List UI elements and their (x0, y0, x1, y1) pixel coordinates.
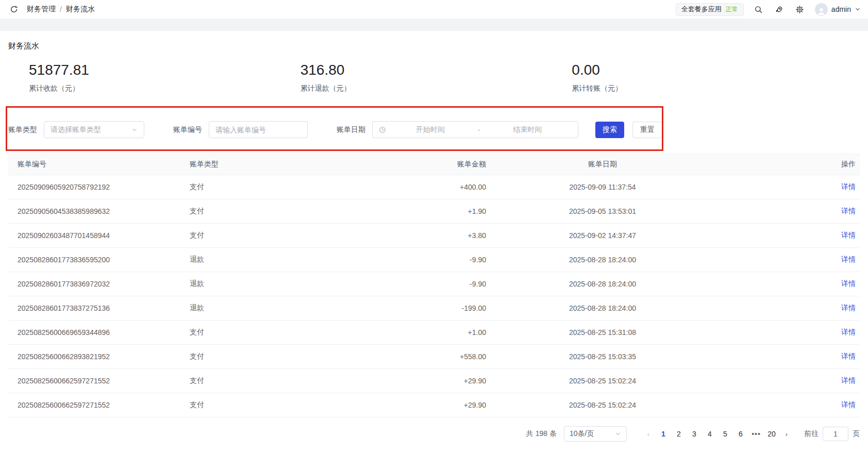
bill-no-cell: 20250902603487701458944 (8, 224, 180, 248)
table-row[interactable]: 20250905604538385989632 支付 +1.90 2025-09… (8, 199, 860, 224)
date-cell: 2025-08-25 15:31:08 (494, 321, 711, 345)
page-number-1[interactable]: 1 (656, 430, 671, 438)
date-range-picker[interactable]: 开始时间 - 结束时间 (372, 121, 578, 138)
column-header-action: 操作 (711, 154, 860, 175)
date-cell: 2025-09-09 11:37:54 (494, 175, 711, 199)
bill-no-cell: 20250825600662597271552 (8, 393, 180, 417)
breadcrumb-item-flow[interactable]: 财务流水 (66, 5, 95, 14)
table-row[interactable]: 20250825600669659344896 支付 +1.00 2025-08… (8, 321, 860, 345)
page-number-list: 123456 (656, 430, 748, 438)
bill-no-cell: 20250828601773836595200 (8, 248, 180, 272)
clock-icon (379, 126, 386, 133)
date-cell: 2025-08-28 18:24:00 (494, 296, 711, 321)
chevron-down-icon (131, 127, 138, 133)
detail-link[interactable]: 详情 (841, 352, 856, 360)
amount-cell: +3.80 (366, 224, 494, 248)
table-row[interactable]: 20250828601773837275136 退款 -199.00 2025-… (8, 296, 860, 321)
gear-icon[interactable] (794, 4, 806, 15)
user-menu[interactable]: admin (815, 3, 861, 16)
detail-link[interactable]: 详情 (841, 376, 856, 384)
page-number-last[interactable]: 20 (764, 430, 779, 438)
bill-type-cell: 退款 (180, 272, 366, 296)
table-row[interactable]: 20250825600662597271552 支付 +29.90 2025-0… (8, 393, 860, 417)
goto-page-input[interactable] (823, 427, 848, 441)
amount-cell: -9.90 (366, 272, 494, 296)
range-separator: - (475, 126, 483, 134)
date-cell: 2025-08-25 15:03:35 (494, 345, 711, 369)
detail-link[interactable]: 详情 (841, 231, 856, 239)
start-time-placeholder: 开始时间 (386, 125, 475, 134)
breadcrumb-separator: / (60, 5, 62, 13)
reset-button[interactable]: 重置 (632, 122, 662, 138)
plan-status-badge: 正常 (726, 5, 738, 14)
search-icon[interactable] (753, 4, 764, 15)
bill-type-cell: 支付 (180, 345, 366, 369)
bill-type-cell: 支付 (180, 369, 366, 393)
amount-cell: +1.00 (366, 321, 494, 345)
bills-table: 账单编号 账单类型 账单金额 账单日期 操作 20250909605920758… (8, 154, 860, 417)
stat-label: 累计退款（元） (301, 83, 552, 93)
refresh-icon[interactable] (8, 4, 20, 15)
bill-type-cell: 支付 (180, 224, 366, 248)
pagination-ellipsis[interactable]: ••• (748, 430, 764, 438)
detail-link[interactable]: 详情 (841, 182, 856, 191)
amount-cell: +1.90 (366, 199, 494, 224)
stat-value: 0.00 (572, 61, 823, 79)
page-number-3[interactable]: 3 (687, 430, 702, 438)
page-number-2[interactable]: 2 (671, 430, 687, 438)
filter-bill-no: 账单编号 (173, 121, 308, 138)
bill-type-select[interactable]: 请选择账单类型 (44, 121, 144, 138)
breadcrumb-item-finance[interactable]: 财务管理 (27, 5, 56, 14)
bill-no-input[interactable] (209, 121, 308, 138)
page-size-value: 10条/页 (570, 429, 594, 439)
total-count: 共 198 条 (526, 429, 557, 439)
amount-cell: +29.90 (366, 369, 494, 393)
plan-badge[interactable]: 全套餐多应用 正常 (676, 3, 744, 16)
detail-link[interactable]: 详情 (841, 255, 856, 263)
stats-row: 51877.81 累计收款（元） 316.80 累计退款（元） 0.00 累计转… (8, 61, 823, 93)
page-title: 财务流水 (8, 40, 860, 51)
table-row[interactable]: 20250825600662597271552 支付 +29.90 2025-0… (8, 369, 860, 393)
page-size-select[interactable]: 10条/页 (564, 426, 627, 442)
page-number-5[interactable]: 5 (717, 430, 733, 438)
detail-link[interactable]: 详情 (841, 279, 856, 288)
chevron-down-icon (855, 6, 861, 12)
bill-date-label: 账单日期 (337, 125, 365, 134)
page-number-4[interactable]: 4 (702, 430, 717, 438)
column-header-bill-type: 账单类型 (180, 154, 366, 175)
rocket-icon[interactable] (774, 4, 785, 15)
table-row[interactable]: 20250909605920758792192 支付 +400.00 2025-… (8, 175, 860, 199)
amount-cell: +558.00 (366, 345, 494, 369)
detail-link[interactable]: 详情 (841, 304, 856, 312)
detail-link[interactable]: 详情 (841, 328, 856, 336)
page-number-6[interactable]: 6 (733, 430, 748, 438)
detail-link[interactable]: 详情 (841, 207, 856, 215)
table-row[interactable]: 20250825600662893821952 支付 +558.00 2025-… (8, 345, 860, 369)
stat-total-refund: 316.80 累计退款（元） (280, 61, 552, 93)
page-background-band (0, 19, 868, 31)
amount-cell: -199.00 (366, 296, 494, 321)
next-page-button[interactable]: › (779, 430, 794, 438)
bill-type-cell: 支付 (180, 175, 366, 199)
goto-suffix: 页 (853, 429, 860, 439)
stat-total-transfer: 0.00 累计转账（元） (551, 61, 823, 93)
date-cell: 2025-08-28 18:24:00 (494, 248, 711, 272)
amount-cell: +400.00 (366, 175, 494, 199)
table-row[interactable]: 20250902603487701458944 支付 +3.80 2025-09… (8, 224, 860, 248)
stat-label: 累计转账（元） (572, 83, 823, 93)
detail-link[interactable]: 详情 (841, 400, 856, 409)
user-name: admin (831, 5, 851, 13)
stat-value: 316.80 (301, 61, 552, 79)
pagination-bar: 共 198 条 10条/页 ‹ 123456 ••• 20 › 前往 页 (8, 426, 860, 442)
table-header-row: 账单编号 账单类型 账单金额 账单日期 操作 (8, 154, 860, 175)
user-avatar (815, 3, 828, 16)
search-button[interactable]: 搜索 (595, 122, 624, 138)
table-row[interactable]: 20250828601773836595200 退款 -9.90 2025-08… (8, 248, 860, 272)
column-header-amount: 账单金额 (366, 154, 494, 175)
table-row[interactable]: 20250828601773836972032 退款 -9.90 2025-08… (8, 272, 860, 296)
bill-type-cell: 退款 (180, 296, 366, 321)
amount-cell: +29.90 (366, 393, 494, 417)
prev-page-button[interactable]: ‹ (641, 430, 656, 438)
bill-no-cell: 20250828601773837275136 (8, 296, 180, 321)
bill-no-cell: 20250828601773836972032 (8, 272, 180, 296)
